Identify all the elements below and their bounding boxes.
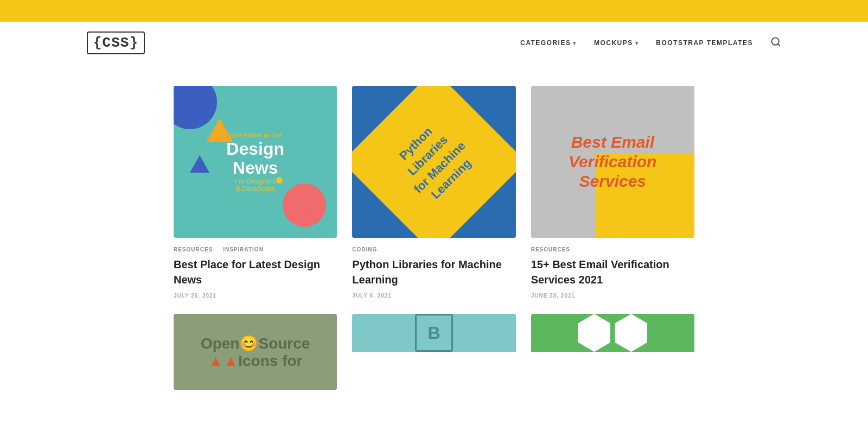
card-hexagon-image [531,314,694,390]
categories-label: CATEGORIES [520,39,571,47]
card-img-bootstrap: B [352,314,515,352]
card-img-open-source: Open😊Source▲▲Icons for [174,314,337,390]
card-img-email: Best EmailVerificationServices [531,86,694,238]
bootstrap-icon: B [415,314,453,352]
card-open-source-image: Open😊Source▲▲Icons for [174,314,337,390]
triangle-blue-icon [190,155,209,173]
card-tag-resources: RESOURCES [174,247,213,252]
email-overlay-text: Best EmailVerificationServices [547,132,678,191]
card-title-email[interactable]: 15+ Best Email Verification Services 202… [531,257,694,287]
bootstrap-label: BOOTSTRAP TEMPLATES [656,39,753,47]
hex-2 [615,314,647,352]
site-logo[interactable]: {CSS} [87,31,145,54]
mockups-label: MOCKUPS [594,39,633,47]
card-img-hexagon [531,314,694,352]
card-hexagon[interactable] [531,314,694,399]
main-content: Best Places to Get DesignNews For Design… [87,64,781,399]
card-tag-inspiration: INSPIRATION [223,247,264,252]
card-tag-resources-2: RESOURCES [531,247,570,252]
card-design-news[interactable]: Best Places to Get DesignNews For Design… [174,86,337,299]
card-email-image: Best EmailVerificationServices [531,86,694,238]
card-img-design: Best Places to Get DesignNews For Design… [174,86,337,238]
main-nav: CATEGORIES ▾ MOCKUPS ▾ BOOTSTRAP TEMPLAT… [520,39,753,47]
card-tags-design: RESOURCES , INSPIRATION [174,247,337,252]
header: {CSS} CATEGORIES ▾ MOCKUPS ▾ BOOTSTRAP T… [0,22,868,64]
card-title-design[interactable]: Best Place for Latest Design News [174,257,337,287]
mockups-chevron-icon: ▾ [635,40,639,46]
card-open-source[interactable]: Open😊Source▲▲Icons for [174,314,337,399]
card-python[interactable]: PythonLibrariesfor MachineLearning CODIN… [352,86,515,299]
bottom-cards-area: Open😊Source▲▲Icons for B [174,314,694,399]
card-email[interactable]: Best EmailVerificationServices RESOURCES… [531,86,694,299]
top-bar [0,0,868,22]
categories-chevron-icon: ▾ [573,40,577,46]
svg-line-1 [778,43,780,46]
card-tags-python: CODING [352,247,515,252]
search-button[interactable] [770,36,781,50]
hexagon-shapes [578,314,647,352]
bottom-cards-grid: Open😊Source▲▲Icons for B [174,314,694,399]
card-img-1-overlay-text: Best Places to Get DesignNews For Design… [226,131,284,193]
card-date-email: JUNE 28, 2021 [531,293,694,299]
nav-bootstrap-templates[interactable]: BOOTSTRAP TEMPLATES [656,39,753,47]
card-img-python: PythonLibrariesfor MachineLearning [352,86,515,238]
search-icon [770,36,781,47]
cards-grid: Best Places to Get DesignNews For Design… [174,86,694,299]
card-tag-coding: CODING [352,247,377,252]
card-tag-sep: , [217,247,219,252]
hex-1 [578,314,610,352]
card-bootstrap[interactable]: B [352,314,515,399]
card-date-python: JULY 8, 2021 [352,293,515,299]
card-title-python[interactable]: Python Libraries for Machine Learning [352,257,515,287]
card-date-design: JULY 26, 2021 [174,293,337,299]
card-python-image: PythonLibrariesfor MachineLearning [352,86,515,238]
card-tags-email: RESOURCES [531,247,694,252]
nav-mockups[interactable]: MOCKUPS ▾ [594,39,639,47]
card-design-news-image: Best Places to Get DesignNews For Design… [174,86,337,238]
nav-categories[interactable]: CATEGORIES ▾ [520,39,577,47]
card-bootstrap-image: B [352,314,515,390]
